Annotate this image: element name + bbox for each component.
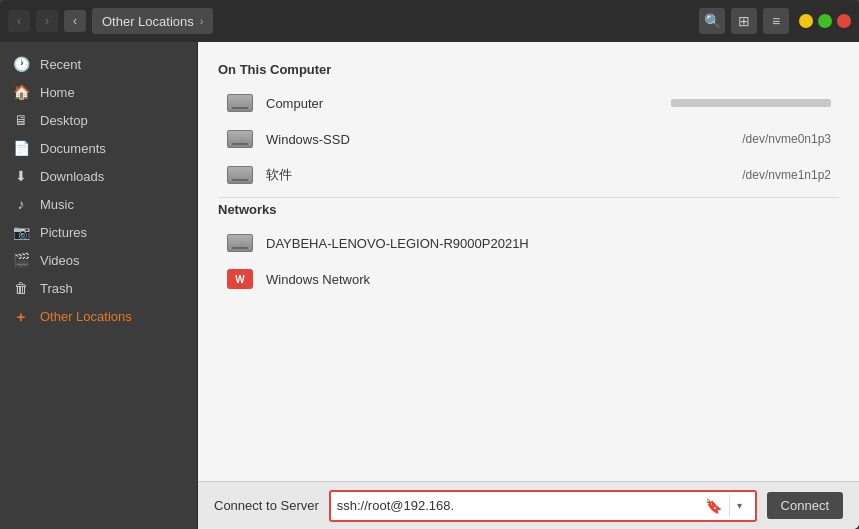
- list-item[interactable]: 软件 /dev/nvme1n1p2: [218, 157, 839, 193]
- chevron-down-icon: ▾: [737, 500, 742, 511]
- windows-ssd-icon: [226, 128, 254, 150]
- desktop-icon: 🖥: [12, 111, 30, 129]
- sidebar: 🕐 Recent 🏠 Home 🖥 Desktop 📄 Documents ⬇ …: [0, 42, 198, 529]
- back-button[interactable]: ‹: [8, 10, 30, 32]
- content-scroll: On This Computer Computer: [198, 42, 859, 481]
- titlebar: ‹ › ‹ Other Locations › 🔍 ⊞ ≡: [0, 0, 859, 42]
- networks-title: Networks: [218, 202, 839, 217]
- daybeha-name: DAYBEHA-LENOVO-LEGION-R9000P2021H: [266, 236, 831, 251]
- windows-ssd-path: /dev/nvme0n1p3: [742, 132, 831, 146]
- sidebar-item-desktop[interactable]: 🖥 Desktop: [0, 106, 197, 134]
- minimize-button[interactable]: [799, 14, 813, 28]
- menu-button[interactable]: ≡: [763, 8, 789, 34]
- sidebar-item-pictures[interactable]: 📷 Pictures: [0, 218, 197, 246]
- sidebar-item-trash[interactable]: 🗑 Trash: [0, 274, 197, 302]
- software-path: /dev/nvme1n1p2: [742, 168, 831, 182]
- bookmark-icon: 🔖: [705, 498, 722, 514]
- sidebar-label-trash: Trash: [40, 281, 73, 296]
- parent-button[interactable]: ‹: [64, 10, 86, 32]
- sidebar-label-pictures: Pictures: [40, 225, 87, 240]
- sidebar-item-videos[interactable]: 🎬 Videos: [0, 246, 197, 274]
- sidebar-label-desktop: Desktop: [40, 113, 88, 128]
- forward-button[interactable]: ›: [36, 10, 58, 32]
- list-item[interactable]: Windows-SSD /dev/nvme0n1p3: [218, 121, 839, 157]
- sidebar-item-downloads[interactable]: ⬇ Downloads: [0, 162, 197, 190]
- titlebar-actions: 🔍 ⊞ ≡: [699, 8, 789, 34]
- software-icon: [226, 164, 254, 186]
- content-area: On This Computer Computer: [198, 42, 859, 529]
- pictures-icon: 📷: [12, 223, 30, 241]
- sidebar-label-downloads: Downloads: [40, 169, 104, 184]
- computer-icon: [226, 92, 254, 114]
- sidebar-label-recent: Recent: [40, 57, 81, 72]
- sidebar-label-music: Music: [40, 197, 74, 212]
- connect-button[interactable]: Connect: [767, 492, 843, 519]
- list-item[interactable]: W Windows Network: [218, 261, 839, 297]
- computer-name: Computer: [266, 96, 659, 111]
- breadcrumb: Other Locations ›: [92, 8, 213, 34]
- sidebar-label-other-locations: Other Locations: [40, 309, 132, 324]
- grid-view-icon: ⊞: [738, 13, 750, 29]
- sidebar-item-documents[interactable]: 📄 Documents: [0, 134, 197, 162]
- sidebar-item-recent[interactable]: 🕐 Recent: [0, 50, 197, 78]
- windows-network-icon: W: [226, 268, 254, 290]
- main-area: 🕐 Recent 🏠 Home 🖥 Desktop 📄 Documents ⬇ …: [0, 42, 859, 529]
- sidebar-item-music[interactable]: ♪ Music: [0, 190, 197, 218]
- on-this-computer-title: On This Computer: [218, 62, 839, 77]
- file-manager-window: ‹ › ‹ Other Locations › 🔍 ⊞ ≡: [0, 0, 859, 529]
- recent-icon: 🕐: [12, 55, 30, 73]
- sidebar-item-other-locations[interactable]: + Other Locations: [0, 302, 197, 330]
- sidebar-label-home: Home: [40, 85, 75, 100]
- connect-server-input[interactable]: [337, 498, 699, 513]
- bookmark-button[interactable]: 🔖: [703, 495, 725, 517]
- window-controls: [799, 14, 851, 28]
- connect-label: Connect to Server: [214, 498, 319, 513]
- videos-icon: 🎬: [12, 251, 30, 269]
- connect-input-wrapper: 🔖 ▾: [329, 490, 757, 522]
- home-icon: 🏠: [12, 83, 30, 101]
- documents-icon: 📄: [12, 139, 30, 157]
- search-icon: 🔍: [704, 13, 721, 29]
- downloads-icon: ⬇: [12, 167, 30, 185]
- software-name: 软件: [266, 166, 730, 184]
- chevron-right-icon: ›: [200, 15, 204, 27]
- add-location-icon: +: [12, 307, 30, 325]
- hamburger-icon: ≡: [772, 13, 780, 29]
- trash-icon: 🗑: [12, 279, 30, 297]
- maximize-button[interactable]: [818, 14, 832, 28]
- music-icon: ♪: [12, 195, 30, 213]
- windows-ssd-name: Windows-SSD: [266, 132, 730, 147]
- network-computer-icon: [226, 232, 254, 254]
- computer-usage-bar: [671, 99, 831, 107]
- close-button[interactable]: [837, 14, 851, 28]
- view-toggle-button[interactable]: ⊞: [731, 8, 757, 34]
- sidebar-label-documents: Documents: [40, 141, 106, 156]
- dropdown-button[interactable]: ▾: [729, 495, 749, 517]
- list-item[interactable]: DAYBEHA-LENOVO-LEGION-R9000P2021H: [218, 225, 839, 261]
- breadcrumb-text: Other Locations: [102, 14, 194, 29]
- search-button[interactable]: 🔍: [699, 8, 725, 34]
- section-separator: [218, 197, 839, 198]
- list-item[interactable]: Computer: [218, 85, 839, 121]
- windows-network-name: Windows Network: [266, 272, 831, 287]
- sidebar-item-home[interactable]: 🏠 Home: [0, 78, 197, 106]
- sidebar-label-videos: Videos: [40, 253, 80, 268]
- connect-to-server-bar: Connect to Server 🔖 ▾ Connect: [198, 481, 859, 529]
